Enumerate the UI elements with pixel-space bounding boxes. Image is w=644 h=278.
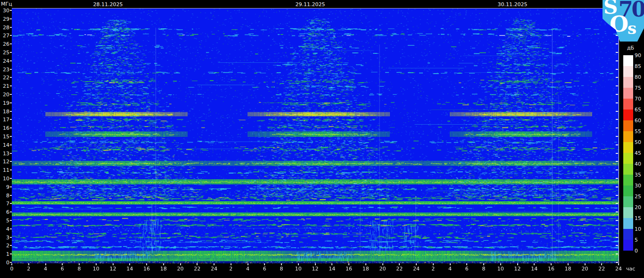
y-tick-right: [616, 127, 618, 128]
y-tick-right: [616, 161, 618, 162]
colorbar-tick-label: 70: [635, 96, 644, 102]
y-tick: [10, 253, 12, 254]
x-tick-label: 12: [308, 266, 322, 272]
y-tick: [10, 237, 12, 238]
spectrogram-page: { "header": { "y_unit": "МГц", "dates": …: [0, 0, 644, 278]
x-tick-label: 22: [392, 266, 406, 272]
colorbar-tick-label: 40: [635, 161, 644, 167]
x-tick: [315, 263, 316, 265]
y-tick-label: 24: [0, 58, 9, 64]
y-tick-right: [616, 153, 618, 154]
y-tick-label: 16: [0, 125, 9, 131]
colorbar-tick-label: 35: [635, 172, 644, 178]
y-tick: [10, 10, 12, 11]
x-tick-label: 12: [511, 266, 525, 272]
y-tick-right: [616, 237, 618, 238]
y-tick: [10, 35, 12, 36]
x-tick-label: 4: [39, 266, 53, 272]
y-tick-right: [616, 169, 618, 170]
x-tick: [62, 263, 63, 265]
y-tick: [10, 127, 12, 128]
y-tick: [10, 220, 12, 221]
colorbar-tick-label: 15: [635, 215, 644, 221]
colorbar-segment: [623, 175, 633, 185]
y-tick: [10, 60, 12, 61]
y-tick-label: 1: [0, 251, 9, 257]
x-tick: [113, 263, 114, 265]
y-tick-right: [616, 220, 618, 221]
colorbar-segment: [623, 207, 633, 218]
x-tick-label: 2: [22, 266, 36, 272]
x-tick-label: 10: [494, 266, 508, 272]
colorbar-segment: [623, 218, 633, 229]
x-tick-label: 14: [325, 266, 339, 272]
y-tick: [10, 262, 12, 263]
x-tick-label: 24: [611, 266, 626, 272]
y-tick-label: 15: [0, 134, 9, 140]
colorbar-tick-label: 55: [635, 128, 644, 135]
x-tick: [534, 263, 535, 265]
y-tick-label: 10: [0, 176, 9, 182]
y-tick: [10, 18, 12, 19]
colorbar-segment: [623, 77, 633, 88]
x-tick-label: 6: [55, 266, 69, 272]
x-tick: [585, 263, 586, 265]
y-tick-right: [616, 262, 618, 263]
y-tick-label: 5: [0, 218, 9, 224]
y-tick-right: [616, 203, 618, 204]
x-tick: [281, 263, 282, 265]
colorbar-tick-label: 80: [635, 74, 644, 80]
colorbar-segment: [623, 185, 633, 196]
y-tick-label: 19: [0, 100, 9, 106]
x-tick: [450, 263, 451, 265]
y-tick-label: 12: [0, 159, 9, 165]
y-tick-right: [616, 111, 618, 112]
colorbar-tick-label: 45: [635, 150, 644, 156]
colorbar-segment: [623, 229, 633, 240]
x-tick-label: 2: [224, 266, 238, 272]
y-tick-label: 25: [0, 50, 9, 56]
y-tick-label: 28: [0, 25, 9, 31]
y-tick: [10, 245, 12, 246]
date-label-day1: 28.11.2025: [80, 1, 136, 8]
colorbar-tick-label: 30: [635, 183, 644, 189]
colorbar-segment: [623, 110, 633, 120]
y-tick: [10, 228, 12, 229]
x-tick: [517, 263, 518, 265]
y-tick: [10, 94, 12, 95]
x-tick: [163, 263, 164, 265]
x-tick-label: 12: [106, 266, 120, 272]
colorbar-tick-label: 60: [635, 118, 644, 124]
y-tick-right: [616, 144, 618, 145]
colorbar-segment: [623, 196, 633, 207]
x-tick: [264, 263, 265, 265]
colorbar-segment: [623, 120, 633, 131]
y-tick: [10, 43, 12, 44]
y-tick-right: [616, 102, 618, 103]
y-tick: [10, 178, 12, 179]
x-tick-label: 18: [157, 266, 171, 272]
x-tick-label: 2: [426, 266, 440, 272]
y-tick-right: [616, 52, 618, 53]
x-tick: [483, 263, 484, 265]
x-tick-label: 4: [241, 266, 255, 272]
x-tick-label: 0: [5, 266, 19, 272]
x-tick: [11, 263, 12, 265]
x-tick: [568, 263, 569, 265]
y-tick-label: 8: [0, 193, 9, 199]
colorbar-segment: [623, 164, 633, 175]
x-tick-label: 8: [274, 266, 289, 272]
x-tick-label: 22: [594, 266, 609, 272]
x-tick: [500, 263, 501, 265]
y-tick-label: 18: [0, 109, 9, 115]
y-tick: [10, 27, 12, 28]
colorbar-tick-label: 20: [635, 204, 644, 211]
y-tick-right: [616, 94, 618, 95]
y-tick-label: 0: [0, 260, 9, 266]
y-tick-label: 27: [0, 33, 9, 39]
y-tick-right: [616, 195, 618, 196]
x-tick-label: 4: [443, 266, 457, 272]
y-tick-right: [616, 77, 618, 78]
x-tick-label: 22: [190, 266, 204, 272]
y-tick-right: [616, 119, 618, 120]
